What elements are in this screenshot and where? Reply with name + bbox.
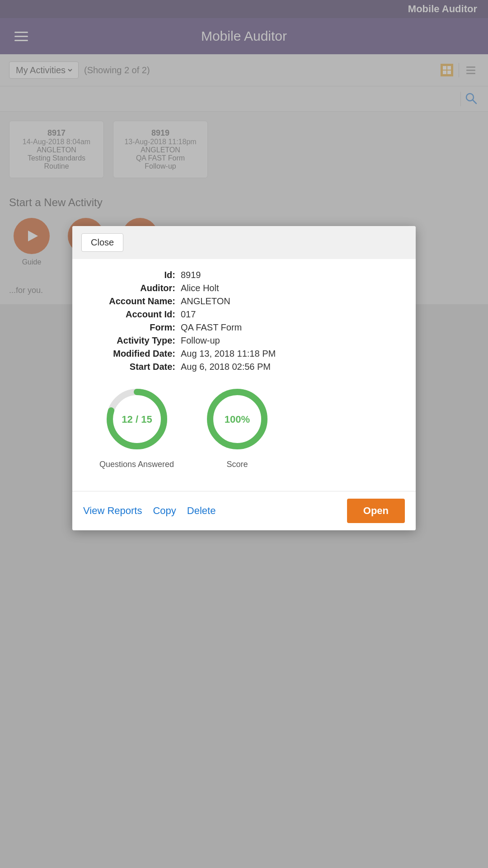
detail-row-start-date: Start Date: Aug 6, 2018 02:56 PM [90, 362, 398, 372]
view-reports-button[interactable]: View Reports [83, 505, 142, 517]
circles-area: 12 / 15 Questions Answered 100% Score [99, 383, 398, 469]
modal-overlay: Close Id: 8919 Auditor: Alice Holt Accou… [0, 0, 488, 868]
svg-text:12 / 15: 12 / 15 [122, 414, 152, 425]
auditor-value: Alice Holt [181, 283, 219, 293]
modal-footer: View Reports Copy Delete Open [72, 491, 416, 530]
id-label: Id: [90, 270, 181, 280]
detail-row-activity-type: Activity Type: Follow-up [90, 335, 398, 346]
copy-button[interactable]: Copy [153, 505, 176, 517]
detail-row-account-id: Account Id: 017 [90, 309, 398, 320]
activity-detail-modal: Close Id: 8919 Auditor: Alice Holt Accou… [72, 226, 416, 530]
modal-body: Id: 8919 Auditor: Alice Holt Account Nam… [72, 259, 416, 491]
modal-header: Close [72, 226, 416, 259]
auditor-label: Auditor: [90, 283, 181, 293]
svg-text:100%: 100% [225, 414, 250, 425]
score-circle-label: Score [227, 460, 248, 469]
score-circle-svg: 100% [201, 383, 273, 455]
detail-row-modified-date: Modified Date: Aug 13, 2018 11:18 PM [90, 349, 398, 359]
close-button[interactable]: Close [81, 233, 123, 252]
detail-row-auditor: Auditor: Alice Holt [90, 283, 398, 293]
activity-type-value: Follow-up [181, 335, 220, 346]
account-id-label: Account Id: [90, 309, 181, 320]
account-name-value: ANGLETON [181, 296, 230, 307]
detail-table: Id: 8919 Auditor: Alice Holt Account Nam… [90, 270, 398, 372]
activity-type-label: Activity Type: [90, 335, 181, 346]
questions-circle-container: 12 / 15 Questions Answered [99, 383, 174, 469]
footer-links: View Reports Copy Delete [83, 505, 347, 517]
open-button[interactable]: Open [347, 499, 405, 523]
delete-button[interactable]: Delete [187, 505, 216, 517]
id-value: 8919 [181, 270, 201, 280]
detail-row-id: Id: 8919 [90, 270, 398, 280]
detail-row-account-name: Account Name: ANGLETON [90, 296, 398, 307]
questions-circle-svg: 12 / 15 [101, 383, 173, 455]
account-name-label: Account Name: [90, 296, 181, 307]
form-value: QA FAST Form [181, 322, 242, 333]
start-date-label: Start Date: [90, 362, 181, 372]
score-circle-container: 100% Score [201, 383, 273, 469]
modified-date-value: Aug 13, 2018 11:18 PM [181, 349, 276, 359]
questions-circle-label: Questions Answered [99, 460, 174, 469]
detail-row-form: Form: QA FAST Form [90, 322, 398, 333]
form-label: Form: [90, 322, 181, 333]
modified-date-label: Modified Date: [90, 349, 181, 359]
account-id-value: 017 [181, 309, 196, 320]
start-date-value: Aug 6, 2018 02:56 PM [181, 362, 271, 372]
